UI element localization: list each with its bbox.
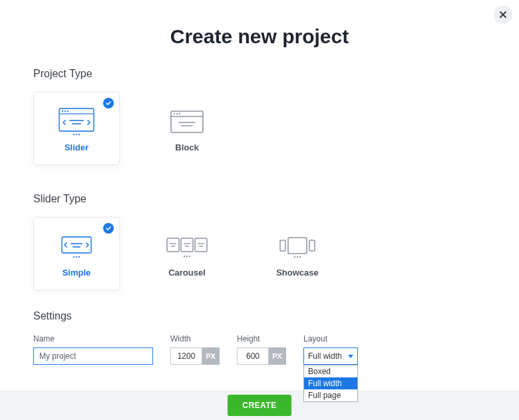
create-button[interactable]: CREATE bbox=[228, 395, 291, 416]
svg-point-39 bbox=[297, 256, 298, 257]
project-type-label: Project Type bbox=[33, 68, 486, 80]
layout-option-fullpage[interactable]: Full page bbox=[304, 389, 357, 401]
svg-point-22 bbox=[79, 256, 81, 258]
svg-rect-37 bbox=[288, 238, 307, 254]
check-icon bbox=[103, 223, 114, 234]
svg-point-3 bbox=[65, 110, 67, 112]
svg-rect-25 bbox=[195, 238, 207, 252]
svg-point-2 bbox=[62, 110, 64, 112]
height-label: Height bbox=[237, 334, 286, 343]
svg-rect-17 bbox=[62, 237, 91, 253]
settings-label: Settings bbox=[33, 310, 486, 322]
height-input[interactable] bbox=[237, 347, 269, 365]
svg-point-38 bbox=[294, 256, 295, 257]
svg-point-34 bbox=[189, 255, 190, 256]
layout-select[interactable]: Full width bbox=[303, 347, 358, 365]
svg-point-14 bbox=[179, 112, 180, 114]
width-unit[interactable]: PX bbox=[202, 347, 220, 365]
svg-point-20 bbox=[73, 256, 75, 258]
slider-type-label: Slider Type bbox=[33, 193, 486, 205]
card-label: Block bbox=[175, 142, 198, 152]
width-label: Width bbox=[170, 334, 220, 343]
card-label: Simple bbox=[63, 268, 91, 278]
layout-value: Full width bbox=[308, 351, 342, 361]
svg-rect-35 bbox=[280, 240, 285, 251]
project-type-slider[interactable]: Slider bbox=[33, 92, 120, 165]
svg-rect-10 bbox=[171, 111, 203, 132]
simple-slider-icon bbox=[59, 230, 94, 264]
svg-rect-36 bbox=[309, 240, 315, 251]
name-input[interactable] bbox=[33, 347, 153, 365]
layout-option-boxed[interactable]: Boxed bbox=[304, 365, 357, 377]
slider-type-showcase[interactable]: Showcase bbox=[254, 217, 341, 290]
svg-point-13 bbox=[176, 112, 178, 114]
showcase-icon bbox=[277, 230, 317, 264]
carousel-icon bbox=[165, 230, 209, 264]
project-type-block[interactable]: Block bbox=[144, 92, 230, 165]
svg-point-12 bbox=[174, 112, 175, 114]
close-icon bbox=[499, 9, 507, 21]
svg-point-8 bbox=[76, 133, 78, 135]
svg-point-21 bbox=[76, 256, 78, 258]
svg-point-32 bbox=[184, 255, 185, 256]
slider-icon bbox=[58, 105, 95, 138]
svg-point-40 bbox=[299, 256, 301, 257]
card-label: Slider bbox=[65, 142, 88, 152]
svg-point-33 bbox=[186, 255, 188, 256]
dialog-title: Create new project bbox=[0, 25, 519, 48]
layout-option-fullwidth[interactable]: Full width bbox=[304, 377, 357, 389]
svg-rect-24 bbox=[181, 238, 193, 252]
slider-type-simple[interactable]: Simple bbox=[33, 217, 120, 290]
card-label: Showcase bbox=[276, 268, 319, 278]
layout-label: Layout bbox=[303, 334, 358, 343]
check-icon bbox=[103, 98, 114, 108]
svg-rect-23 bbox=[167, 238, 179, 252]
dialog-footer: CREATE bbox=[0, 390, 519, 420]
slider-type-carousel[interactable]: Carousel bbox=[144, 217, 230, 290]
svg-point-9 bbox=[79, 133, 81, 135]
card-label: Carousel bbox=[168, 268, 206, 278]
height-unit[interactable]: PX bbox=[269, 347, 286, 365]
close-button[interactable] bbox=[494, 5, 512, 24]
block-icon bbox=[170, 105, 204, 138]
name-label: Name bbox=[33, 334, 153, 343]
layout-dropdown: Boxed Full width Full page bbox=[303, 365, 358, 402]
width-input[interactable] bbox=[170, 347, 202, 365]
svg-point-4 bbox=[67, 110, 69, 112]
svg-point-7 bbox=[73, 133, 75, 135]
svg-rect-0 bbox=[59, 108, 94, 131]
